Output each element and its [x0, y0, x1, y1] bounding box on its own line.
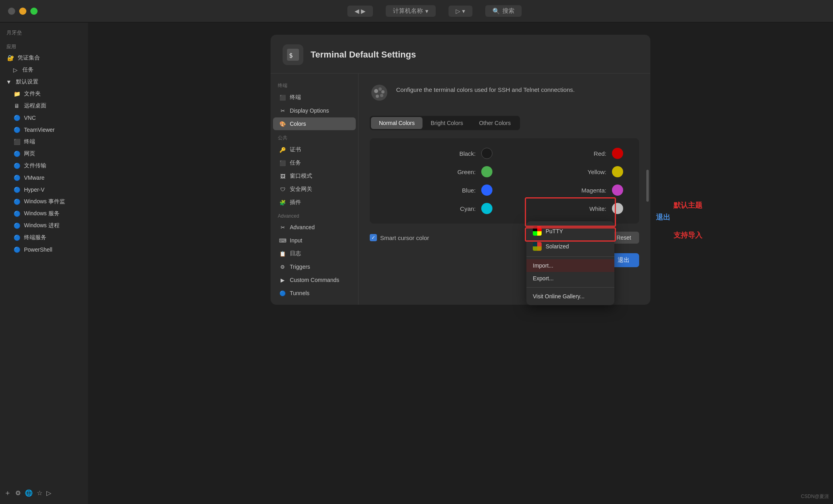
sidebar-item-teamviewer[interactable]: 🔵 TeamViewer [0, 124, 88, 136]
smart-cursor-checkbox[interactable]: ✓ [370, 234, 377, 241]
search-placeholder: 搜索 [502, 7, 514, 15]
green-swatch[interactable] [481, 166, 492, 177]
tab-other-colors[interactable]: Other Colors [471, 117, 518, 129]
settings-item-triggers[interactable]: ⚙ Triggers [273, 260, 356, 273]
sidebar-item-winservices[interactable]: 🔵 Windows 服务 [0, 208, 88, 220]
settings-item-colors[interactable]: 🎨 Colors [273, 117, 356, 130]
settings-desc: Configure the terminal colors used for S… [370, 83, 639, 106]
tasks-icon: ▷ [11, 66, 19, 74]
minimize-button[interactable] [19, 8, 26, 15]
cyan-swatch[interactable] [481, 203, 492, 214]
termservices-label: 终端服务 [24, 234, 46, 241]
red-swatch[interactable] [612, 148, 623, 159]
star-button[interactable]: ☆ [37, 489, 42, 497]
smart-cursor-label: ✓ Smart cursor color [370, 234, 429, 241]
white-swatch[interactable] [612, 203, 623, 214]
sidebar-item-vnc[interactable]: 🔵 VNC [0, 112, 88, 124]
sidebar-item-web[interactable]: 🔵 网页 [0, 148, 88, 160]
web-label: 网页 [24, 150, 35, 157]
sidebar-item-terminal[interactable]: ⬛ 终端 [0, 136, 88, 148]
black-swatch[interactable] [481, 148, 492, 159]
public-group-label: 公共 [271, 131, 358, 143]
web-icon: 🔵 [13, 150, 21, 158]
sidebar-item-winevents[interactable]: 🔵 Windows 事件监 [0, 196, 88, 208]
settings-terminal-icon: ⬛ [279, 93, 287, 101]
sidebar-item-powershell[interactable]: 🔵 PowerShell [0, 244, 88, 256]
sidebar-item-termservices[interactable]: 🔵 终端服务 [0, 232, 88, 244]
sidebar-item-vmware[interactable]: 🔵 VMware [0, 172, 88, 184]
settings-item-custom-commands[interactable]: ▶ Custom Commands [273, 274, 356, 286]
online-gallery-item[interactable]: Visit Online Gallery... [526, 290, 614, 303]
solarized-item[interactable]: Solarized [526, 239, 614, 254]
exit-annotation: 退出 [656, 212, 670, 222]
settings-item-advanced[interactable]: ✂ Advanced [273, 221, 356, 234]
terminal-icon: ⬛ [13, 138, 21, 146]
plugin-icon: 🧩 [279, 198, 287, 206]
tunnels-icon: 🔵 [279, 289, 287, 297]
search-bar[interactable]: 🔍 搜索 [485, 5, 522, 17]
sidebar-item-remote-desktop[interactable]: 🖥 远程桌面 [0, 100, 88, 112]
putty-item[interactable]: PuTTY [526, 224, 614, 239]
settings-sidebar: 终端 ⬛ 终端 ✂ Display Options 🎨 Colors 公共 🔑 … [271, 73, 359, 305]
gateway-label: 安全网关 [290, 186, 312, 193]
input-label: Input [290, 237, 302, 244]
sidebar-item-ftp[interactable]: 🔵 文件传输 [0, 160, 88, 172]
terminal-settings-icon: $ [283, 44, 303, 65]
yellow-swatch[interactable] [612, 166, 623, 177]
powershell-icon: 🔵 [13, 246, 21, 254]
tab-normal-colors[interactable]: Normal Colors [371, 117, 422, 129]
defaults-label: 默认设置 [16, 78, 38, 85]
settings-item-cert[interactable]: 🔑 证书 [273, 143, 356, 156]
magenta-swatch[interactable] [612, 185, 623, 196]
sidebar-item-defaults[interactable]: ▼ 默认设置 [0, 76, 88, 88]
import-label: Import... [533, 262, 553, 269]
sidebar-item-hyperv[interactable]: 🔵 Hyper-V [0, 184, 88, 196]
vnc-icon: 🔵 [13, 114, 21, 122]
settings-item-display[interactable]: ✂ Display Options [273, 104, 356, 117]
play-button[interactable]: ▷ ▾ [448, 6, 472, 17]
globe-button[interactable]: 🌐 [25, 489, 33, 497]
settings-item-terminal[interactable]: ⬛ 终端 [273, 91, 356, 104]
settings-item-log[interactable]: 📋 日志 [273, 247, 356, 260]
vmware-label: VMware [24, 175, 44, 181]
settings-item-input[interactable]: ⌨ Input [273, 234, 356, 247]
color-row-red: Red: [516, 148, 623, 159]
black-label: Black: [448, 150, 476, 157]
maximize-button[interactable] [30, 8, 38, 15]
close-button[interactable] [8, 8, 15, 15]
desc-text: Configure the terminal colors used for S… [396, 85, 575, 95]
back-nav-button[interactable]: ◀ ▶ [347, 6, 373, 17]
settings-item-tasks[interactable]: ⬛ 任务 [273, 157, 356, 169]
log-label: 日志 [290, 250, 301, 257]
settings-item-window-mode[interactable]: 🖼 窗口模式 [273, 170, 356, 183]
export-item[interactable]: Export... [526, 272, 614, 285]
settings-item-plugin[interactable]: 🧩 插件 [273, 196, 356, 209]
sidebar-item-credentials[interactable]: 🔐 凭证集合 [0, 52, 88, 64]
settings-item-gateway[interactable]: 🛡 安全网关 [273, 183, 356, 196]
app-title: 月牙垒 [0, 28, 88, 40]
sidebar-item-tasks[interactable]: ▷ 任务 [0, 64, 88, 76]
svg-point-4 [379, 87, 382, 91]
gear-button[interactable]: ⚙ [15, 489, 21, 497]
settings-panel: $ Terminal Default Settings 终端 ⬛ 终端 ✂ Di… [271, 35, 650, 305]
sidebar-item-winprocesses[interactable]: 🔵 Windows 进程 [0, 220, 88, 232]
settings-item-tunnels[interactable]: 🔵 Tunnels [273, 287, 356, 300]
tab-bright-colors[interactable]: Bright Colors [422, 117, 471, 129]
cert-label: 证书 [290, 146, 301, 153]
cyan-label: Cyan: [448, 205, 476, 212]
blue-swatch[interactable] [481, 185, 492, 196]
input-icon: ⌨ [279, 236, 287, 244]
send-button[interactable]: ▷ [46, 489, 51, 497]
color-row-magenta: Magenta: [516, 185, 623, 196]
add-button[interactable]: ＋ [4, 488, 11, 498]
solarized-label: Solarized [546, 243, 569, 250]
advanced-label: Advanced [290, 224, 315, 230]
plugin-label: 插件 [290, 199, 301, 206]
putty-swatch [533, 227, 542, 236]
import-item[interactable]: Import... [526, 259, 614, 272]
remote-desktop-label: 远程桌面 [24, 102, 46, 109]
sidebar-item-folder[interactable]: 📁 文件夹 [0, 88, 88, 100]
computer-name-button[interactable]: 计算机名称 ▾ [386, 5, 436, 17]
white-label: White: [578, 205, 606, 212]
computer-name-label: 计算机名称 [393, 7, 423, 15]
